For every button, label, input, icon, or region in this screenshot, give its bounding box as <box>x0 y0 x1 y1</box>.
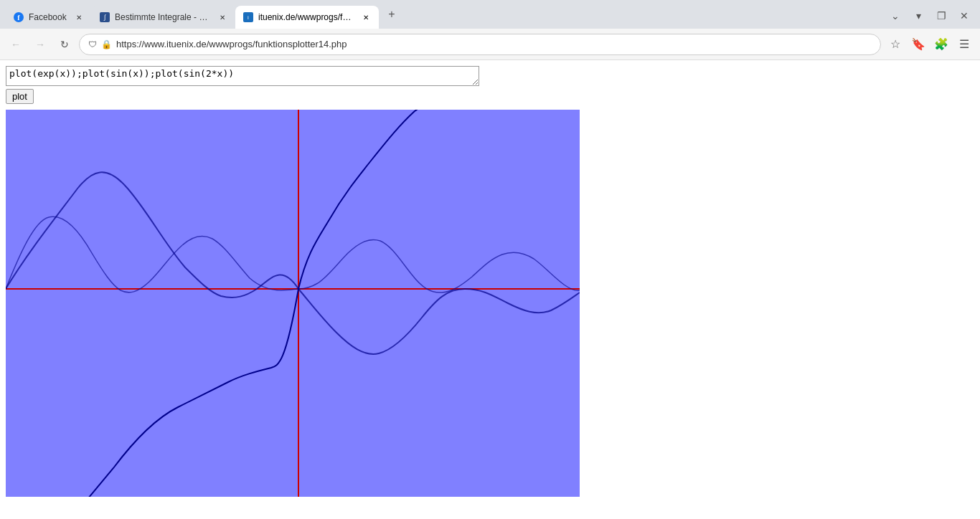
tab-plotter-close[interactable]: ✕ <box>360 11 372 23</box>
bookmark-star-button[interactable]: ☆ <box>885 34 905 54</box>
forward-button[interactable]: → <box>30 34 50 54</box>
tab-integral-close[interactable]: ✕ <box>217 11 228 23</box>
tab-facebook[interactable]: f Facebook ✕ <box>6 6 92 29</box>
browser-window: f Facebook ✕ ∫ Bestimmte Integrale - Übu… <box>0 0 980 519</box>
address-input[interactable] <box>116 39 872 49</box>
tab-plotter-label: ituenix.de/wwwprogs/funk <box>258 12 356 22</box>
facebook-favicon: f <box>13 11 24 23</box>
extensions-button[interactable]: 🧩 <box>931 34 951 54</box>
reload-button[interactable]: ↻ <box>55 34 75 54</box>
maximize-button[interactable]: ❐ <box>931 6 951 26</box>
ituenix-favicon: i <box>242 11 254 23</box>
svg-rect-0 <box>6 110 580 497</box>
new-tab-button[interactable]: + <box>382 4 402 24</box>
tab-plotter[interactable]: i ituenix.de/wwwprogs/funk ✕ <box>235 6 379 29</box>
menu-button[interactable]: ☰ <box>954 34 974 54</box>
shield-icon: 🛡 <box>88 39 97 49</box>
plot-area <box>6 110 580 497</box>
lock-icon: 🔒 <box>101 39 112 49</box>
tab-list-button[interactable]: ⌄ <box>885 6 905 26</box>
minimize-button[interactable]: ▾ <box>908 6 928 26</box>
tab-integral[interactable]: ∫ Bestimmte Integrale - Übu ✕ <box>92 6 235 29</box>
close-button[interactable]: ✕ <box>954 6 974 26</box>
page-content: plot(exp(x));plot(sin(x));plot(sin(2*x))… <box>0 60 980 519</box>
pocket-button[interactable]: 🔖 <box>908 34 928 54</box>
back-button[interactable]: ← <box>6 34 26 54</box>
title-bar: f Facebook ✕ ∫ Bestimmte Integrale - Übu… <box>0 0 980 29</box>
tab-integral-label: Bestimmte Integrale - Übu <box>115 12 212 22</box>
integral-favicon: ∫ <box>99 11 110 23</box>
tab-facebook-close[interactable]: ✕ <box>73 11 85 23</box>
tab-facebook-label: Facebook <box>29 12 69 22</box>
plot-svg <box>6 110 580 497</box>
address-bar[interactable]: 🛡 🔒 <box>79 34 881 55</box>
formula-input[interactable]: plot(exp(x));plot(sin(x));plot(sin(2*x)) <box>6 66 479 86</box>
window-controls: ⌄ ▾ ❐ ✕ <box>885 6 974 29</box>
toolbar: ← → ↻ 🛡 🔒 ☆ 🔖 🧩 ☰ <box>0 29 980 60</box>
plot-button[interactable]: plot <box>6 89 34 104</box>
toolbar-right: ☆ 🔖 🧩 ☰ <box>885 34 974 54</box>
